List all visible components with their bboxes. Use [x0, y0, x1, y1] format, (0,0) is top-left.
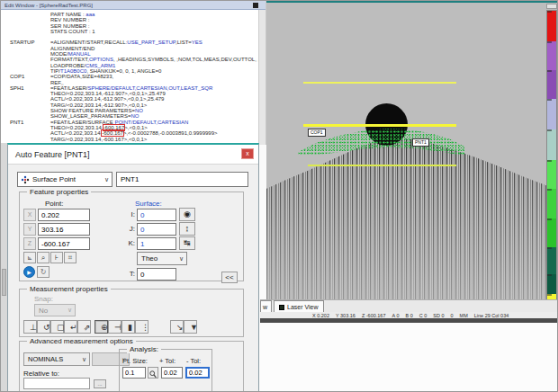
chevron-down-icon: ∨: [104, 176, 112, 183]
filter-icon[interactable]: ▼: [184, 320, 197, 334]
colorbar-band: [547, 99, 556, 129]
axis-lock-x-button[interactable]: X: [23, 209, 36, 221]
path-icon[interactable]: ↘: [170, 320, 184, 334]
auto-feature-dialog: Auto Feature [PNT1] x Surface Point ∨ Fe…: [7, 143, 259, 392]
tab-laser-view[interactable]: Laser View: [274, 300, 324, 313]
plus-tol-input[interactable]: [161, 367, 183, 379]
vector-label: I:: [121, 210, 135, 218]
vector-i-input[interactable]: [137, 209, 176, 221]
vector-k-input[interactable]: [137, 237, 176, 250]
axis-lock-y-button[interactable]: Y: [23, 223, 36, 236]
colorbar-band: [547, 160, 556, 190]
relative-to-input[interactable]: [23, 378, 90, 389]
angle-mode-icon[interactable]: ⦝: [23, 252, 36, 263]
nominals-dropdown[interactable]: NOMINALS ∨: [23, 352, 90, 366]
chevron-down-icon: ∨: [82, 356, 89, 363]
vector-j-input[interactable]: [137, 223, 176, 236]
status-field: Z -600.167: [362, 313, 386, 318]
magnifier-icon[interactable]: [148, 367, 158, 379]
window-icon[interactable]: ▢: [50, 320, 64, 334]
rotate-icon[interactable]: ↺: [37, 320, 50, 334]
analysis-group: Analysis: Pt. Size: + Tol: - Tol:: [119, 349, 212, 392]
block-icon[interactable]: ▮: [122, 320, 135, 334]
minus-tol-input[interactable]: [185, 367, 210, 379]
vector-label: K:: [121, 239, 135, 247]
measurement-properties-group: Measurement properties Snap: No ∨ ⊥↺▢↵⇗⊕…: [19, 289, 244, 337]
relative-to-label: Relative to:: [23, 370, 59, 378]
colorbar-band: [547, 274, 556, 294]
status-field: X 0.202: [312, 313, 329, 318]
t-label: T:: [121, 270, 135, 278]
return-icon[interactable]: ↵: [64, 320, 77, 334]
scan-line-bottom: [308, 165, 456, 166]
edit-window-title: Edit Window - [SphereRadTest.PRG]: [1, 1, 266, 10]
browse-button[interactable]: ...: [94, 379, 106, 388]
laser-view[interactable]: COP1 PNT1: [266, 1, 558, 299]
pnt1-label[interactable]: PNT1: [412, 138, 429, 147]
window-control-icon[interactable]: [253, 3, 258, 8]
status-field: MM: [460, 313, 468, 318]
scan-line-middle: [303, 124, 456, 127]
probe-icon[interactable]: ⊥: [23, 320, 37, 334]
jump-icon[interactable]: ⇗: [77, 320, 91, 334]
desktop-background: [260, 323, 558, 392]
status-field: SD 0: [433, 313, 444, 318]
z-coordinate-input[interactable]: [38, 237, 90, 250]
flip-vector-icon[interactable]: ↨: [179, 222, 195, 236]
edit-window-scrollbar[interactable]: [258, 10, 266, 145]
left-scroll-strip[interactable]: [1, 143, 7, 392]
scan-line-top: [303, 82, 456, 84]
pin-point-icon[interactable]: ⊦: [50, 252, 63, 263]
grid-icon[interactable]: ⌗: [64, 252, 76, 263]
laser-view-tab-icon: [279, 305, 284, 310]
status-field: 0: [451, 313, 454, 318]
crosshair-icon[interactable]: ⊕: [94, 320, 108, 334]
snap-label: Snap:: [34, 295, 53, 303]
t-input[interactable]: [137, 268, 176, 281]
close-icon[interactable]: x: [241, 148, 254, 159]
plus-tol-label: + Tol:: [159, 357, 176, 365]
edge-icon[interactable]: ⊣: [108, 320, 122, 334]
collapse-button[interactable]: <<: [221, 272, 238, 283]
find-nominals-icon[interactable]: ⌕: [37, 252, 50, 263]
colorbar-band: [547, 41, 556, 70]
swap-vector-icon[interactable]: ↹: [179, 236, 195, 250]
measurement-toolbar: ⊥↺▢↵⇗⊕⊣▮⋮↘▼: [23, 320, 197, 334]
colorbar-band: [547, 218, 556, 247]
feature-properties-group: Feature properties Point: Surface: XYZ I…: [19, 192, 244, 281]
surface-label: Surface:: [135, 200, 162, 208]
minus-tol-label: - Tol:: [186, 357, 201, 365]
program-code-area[interactable]: PART NAME : aaaREV NUMBER :SER NUMBER :S…: [1, 10, 259, 145]
feature-type-value: Surface Point: [32, 175, 76, 183]
status-field: C 0: [419, 313, 428, 318]
cop1-label[interactable]: COP1: [308, 129, 326, 137]
dialog-title: Auto Feature [PNT1]: [8, 145, 258, 165]
colorbar-band: [547, 189, 556, 218]
feature-type-dropdown[interactable]: Surface Point ∨: [17, 172, 112, 187]
scroll-thumb[interactable]: [2, 269, 6, 296]
theo-dropdown[interactable]: Theo ∨: [137, 252, 187, 265]
advanced-options-group: Advanced measurement options NOMINALS ∨ …: [19, 341, 244, 392]
code-line: TARG/<0.202,303.14,-600.167>,<0,0,1>: [1, 137, 259, 142]
status-field: A 0: [392, 313, 400, 318]
point-label: Point:: [45, 200, 63, 208]
regenerate-button[interactable]: ↻: [37, 266, 50, 278]
pt-size-input[interactable]: [122, 367, 146, 379]
feature-name-input[interactable]: [116, 172, 248, 187]
status-field: Line 29 Col 034: [474, 313, 509, 318]
colorbar-band: [547, 247, 556, 274]
x-coordinate-input[interactable]: [38, 209, 90, 221]
app-window: Edit Window - [SphereRadTest.PRG] PART N…: [0, 0, 558, 392]
multi-point-icon[interactable]: ⋮: [135, 320, 148, 334]
colorbar-band: [547, 70, 556, 99]
snap-dropdown[interactable]: No ∨: [34, 304, 76, 316]
colorbar-band: [547, 11, 556, 41]
y-coordinate-input[interactable]: [38, 223, 90, 236]
vector-label: J:: [121, 225, 135, 233]
point-normal-icon[interactable]: ◉: [179, 208, 195, 221]
chevron-down-icon: ∨: [179, 255, 186, 263]
execute-button[interactable]: ▶: [23, 266, 35, 278]
axis-lock-z-button[interactable]: Z: [23, 237, 36, 250]
view-tab-bar: w Laser View: [260, 299, 558, 312]
tab-graphics-view-fragment[interactable]: w: [260, 300, 272, 313]
